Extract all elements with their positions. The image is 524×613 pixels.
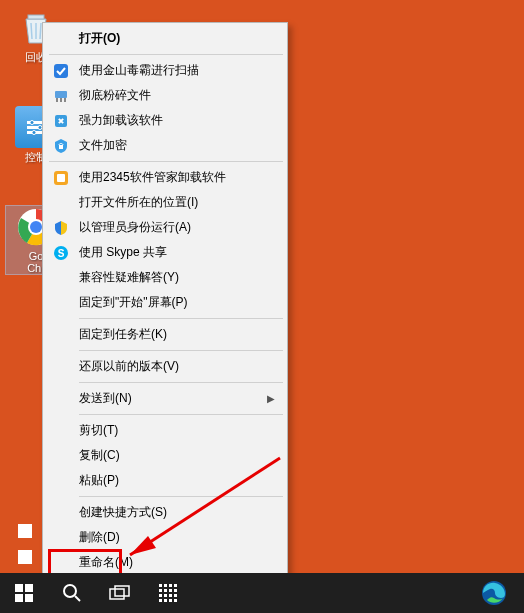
menu-shred[interactable]: 彻底粉碎文件 bbox=[45, 83, 285, 108]
svg-rect-34 bbox=[174, 584, 177, 587]
svg-rect-40 bbox=[164, 594, 167, 597]
menu-pin-start[interactable]: 固定到"开始"屏幕(P) bbox=[45, 290, 285, 315]
svg-rect-23 bbox=[15, 584, 23, 592]
svg-rect-43 bbox=[159, 599, 162, 602]
svg-point-6 bbox=[32, 131, 36, 135]
menu-separator bbox=[79, 350, 283, 351]
menu-encrypt[interactable]: 文件加密 bbox=[45, 133, 285, 158]
software-manager-icon bbox=[52, 169, 70, 187]
windows-icon bbox=[15, 584, 33, 602]
svg-rect-44 bbox=[164, 599, 167, 602]
svg-rect-31 bbox=[159, 584, 162, 587]
svg-rect-12 bbox=[56, 98, 58, 102]
skype-icon: S bbox=[52, 244, 70, 262]
svg-rect-24 bbox=[25, 584, 33, 592]
svg-rect-16 bbox=[59, 145, 63, 149]
menu-run-as-admin[interactable]: 以管理员身份运行(A) bbox=[45, 215, 285, 240]
menu-separator bbox=[49, 54, 283, 55]
menu-send-to[interactable]: 发送到(N) ▶ bbox=[45, 386, 285, 411]
start-button[interactable] bbox=[0, 573, 48, 613]
menu-separator bbox=[79, 318, 283, 319]
menu-separator bbox=[79, 414, 283, 415]
svg-rect-33 bbox=[169, 584, 172, 587]
svg-rect-18 bbox=[57, 174, 65, 182]
menu-skype-share[interactable]: S 使用 Skype 共享 bbox=[45, 240, 285, 265]
svg-rect-11 bbox=[55, 91, 67, 98]
menu-separator bbox=[79, 382, 283, 383]
svg-point-9 bbox=[30, 221, 42, 233]
desktop-square-2 bbox=[18, 550, 32, 564]
task-view-button[interactable] bbox=[96, 573, 144, 613]
uninstall-icon bbox=[52, 112, 70, 130]
svg-rect-29 bbox=[110, 589, 124, 599]
svg-rect-36 bbox=[164, 589, 167, 592]
svg-rect-42 bbox=[174, 594, 177, 597]
context-menu: 打开(O) 使用金山毒霸进行扫描 彻底粉碎文件 强力卸载该软件 文件加密 使用2… bbox=[42, 22, 288, 611]
menu-delete[interactable]: 删除(D) bbox=[45, 525, 285, 550]
menu-rename[interactable]: 重命名(M) bbox=[45, 550, 285, 575]
menu-compat-troubleshoot[interactable]: 兼容性疑难解答(Y) bbox=[45, 265, 285, 290]
menu-jinshan-scan[interactable]: 使用金山毒霸进行扫描 bbox=[45, 58, 285, 83]
svg-rect-39 bbox=[159, 594, 162, 597]
svg-rect-14 bbox=[64, 98, 66, 102]
menu-create-shortcut[interactable]: 创建快捷方式(S) bbox=[45, 500, 285, 525]
svg-rect-13 bbox=[60, 98, 62, 102]
svg-rect-37 bbox=[169, 589, 172, 592]
menu-open[interactable]: 打开(O) bbox=[45, 26, 285, 51]
menu-restore-previous[interactable]: 还原以前的版本(V) bbox=[45, 354, 285, 379]
menu-2345-uninstall[interactable]: 使用2345软件管家卸载软件 bbox=[45, 165, 285, 190]
grid-icon bbox=[159, 584, 177, 602]
edge-icon bbox=[481, 580, 507, 606]
taskbar bbox=[0, 573, 524, 613]
svg-rect-30 bbox=[115, 586, 129, 596]
desktop-square-1 bbox=[18, 524, 32, 538]
shield-admin-icon bbox=[52, 219, 70, 237]
search-button[interactable] bbox=[48, 573, 96, 613]
svg-rect-45 bbox=[169, 599, 172, 602]
menu-paste[interactable]: 粘贴(P) bbox=[45, 468, 285, 493]
svg-rect-46 bbox=[174, 599, 177, 602]
svg-rect-32 bbox=[164, 584, 167, 587]
svg-point-27 bbox=[64, 585, 76, 597]
svg-text:S: S bbox=[58, 248, 65, 259]
menu-separator bbox=[49, 161, 283, 162]
svg-point-4 bbox=[30, 121, 34, 125]
menu-separator bbox=[79, 496, 283, 497]
menu-force-uninstall[interactable]: 强力卸载该软件 bbox=[45, 108, 285, 133]
task-view-icon bbox=[109, 585, 131, 601]
all-apps-button[interactable] bbox=[144, 573, 192, 613]
svg-rect-25 bbox=[15, 594, 23, 602]
menu-pin-taskbar[interactable]: 固定到任务栏(K) bbox=[45, 322, 285, 347]
shield-check-icon bbox=[52, 62, 70, 80]
svg-rect-10 bbox=[54, 64, 68, 78]
svg-line-28 bbox=[75, 596, 80, 601]
menu-copy[interactable]: 复制(C) bbox=[45, 443, 285, 468]
svg-rect-0 bbox=[28, 15, 44, 19]
chevron-right-icon: ▶ bbox=[267, 393, 275, 404]
menu-open-location[interactable]: 打开文件所在的位置(I) bbox=[45, 190, 285, 215]
lock-icon bbox=[52, 137, 70, 155]
menu-cut[interactable]: 剪切(T) bbox=[45, 418, 285, 443]
svg-rect-41 bbox=[169, 594, 172, 597]
svg-rect-35 bbox=[159, 589, 162, 592]
svg-rect-26 bbox=[25, 594, 33, 602]
search-icon bbox=[62, 583, 82, 603]
edge-browser-button[interactable] bbox=[470, 573, 518, 613]
svg-rect-38 bbox=[174, 589, 177, 592]
shredder-icon bbox=[52, 87, 70, 105]
